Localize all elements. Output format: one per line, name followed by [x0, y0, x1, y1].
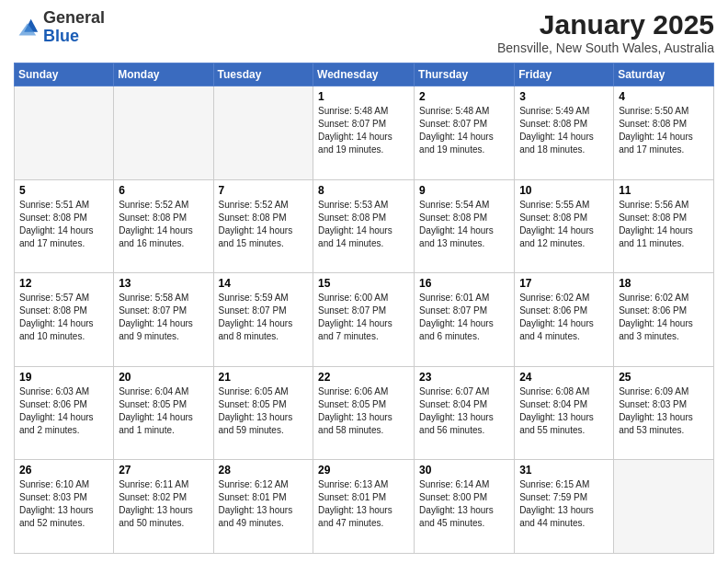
table-row: 5Sunrise: 5:51 AM Sunset: 8:08 PM Daylig… — [15, 179, 114, 273]
calendar-week-row: 26Sunrise: 6:10 AM Sunset: 8:03 PM Dayli… — [15, 460, 714, 554]
cell-content: Sunrise: 5:52 AM Sunset: 8:08 PM Dayligh… — [119, 199, 208, 250]
day-number: 28 — [219, 464, 309, 477]
cell-content: Sunrise: 6:01 AM Sunset: 8:07 PM Dayligh… — [419, 292, 509, 343]
cell-content: Sunrise: 5:48 AM Sunset: 8:07 PM Dayligh… — [318, 105, 409, 156]
table-row: 22Sunrise: 6:06 AM Sunset: 8:05 PM Dayli… — [313, 366, 415, 460]
table-row: 15Sunrise: 6:00 AM Sunset: 8:07 PM Dayli… — [313, 273, 415, 367]
day-number: 15 — [318, 277, 409, 290]
table-row: 6Sunrise: 5:52 AM Sunset: 8:08 PM Daylig… — [114, 179, 213, 273]
cell-content: Sunrise: 6:05 AM Sunset: 8:05 PM Dayligh… — [219, 385, 309, 437]
table-row: 14Sunrise: 5:59 AM Sunset: 8:07 PM Dayli… — [213, 273, 313, 367]
table-row: 2Sunrise: 5:48 AM Sunset: 8:07 PM Daylig… — [415, 86, 515, 180]
table-row: 1Sunrise: 5:48 AM Sunset: 8:07 PM Daylig… — [313, 86, 415, 180]
cell-content: Sunrise: 6:06 AM Sunset: 8:05 PM Dayligh… — [318, 385, 409, 437]
day-number: 7 — [219, 184, 309, 197]
col-tuesday: Tuesday — [213, 63, 313, 86]
day-number: 4 — [619, 90, 709, 103]
day-number: 3 — [519, 90, 609, 103]
table-row: 16Sunrise: 6:01 AM Sunset: 8:07 PM Dayli… — [415, 273, 515, 367]
table-row — [213, 86, 313, 180]
cell-content: Sunrise: 5:58 AM Sunset: 8:07 PM Dayligh… — [119, 292, 208, 343]
table-row — [15, 86, 114, 180]
cell-content: Sunrise: 6:11 AM Sunset: 8:02 PM Dayligh… — [119, 478, 208, 530]
table-row: 7Sunrise: 5:52 AM Sunset: 8:08 PM Daylig… — [213, 179, 313, 273]
col-monday: Monday — [114, 63, 213, 86]
day-number: 10 — [519, 184, 609, 197]
cell-content: Sunrise: 6:09 AM Sunset: 8:03 PM Dayligh… — [619, 385, 709, 437]
table-row: 29Sunrise: 6:13 AM Sunset: 8:01 PM Dayli… — [313, 460, 415, 554]
col-sunday: Sunday — [15, 63, 114, 86]
table-row: 11Sunrise: 5:56 AM Sunset: 8:08 PM Dayli… — [614, 179, 714, 273]
cell-content: Sunrise: 5:52 AM Sunset: 8:08 PM Dayligh… — [219, 199, 309, 250]
cell-content: Sunrise: 6:04 AM Sunset: 8:05 PM Dayligh… — [119, 385, 208, 437]
table-row: 23Sunrise: 6:07 AM Sunset: 8:04 PM Dayli… — [415, 366, 515, 460]
day-number: 9 — [419, 184, 509, 197]
cell-content: Sunrise: 6:12 AM Sunset: 8:01 PM Dayligh… — [219, 478, 309, 530]
logo-icon — [14, 15, 40, 40]
day-number: 26 — [19, 464, 108, 477]
day-number: 1 — [318, 90, 409, 103]
cell-content: Sunrise: 5:59 AM Sunset: 8:07 PM Dayligh… — [219, 292, 309, 343]
col-saturday: Saturday — [614, 63, 714, 86]
cell-content: Sunrise: 6:02 AM Sunset: 8:06 PM Dayligh… — [619, 292, 709, 343]
table-row: 24Sunrise: 6:08 AM Sunset: 8:04 PM Dayli… — [515, 366, 614, 460]
day-number: 13 — [119, 277, 208, 290]
table-row: 18Sunrise: 6:02 AM Sunset: 8:06 PM Dayli… — [614, 273, 714, 367]
table-row: 27Sunrise: 6:11 AM Sunset: 8:02 PM Dayli… — [114, 460, 213, 554]
cell-content: Sunrise: 6:00 AM Sunset: 8:07 PM Dayligh… — [318, 292, 409, 343]
day-number: 19 — [19, 371, 108, 384]
logo-blue: Blue — [43, 27, 79, 45]
cell-content: Sunrise: 5:54 AM Sunset: 8:08 PM Dayligh… — [419, 199, 509, 250]
cell-content: Sunrise: 6:14 AM Sunset: 8:00 PM Dayligh… — [419, 478, 509, 530]
day-number: 24 — [519, 371, 609, 384]
table-row — [114, 86, 213, 180]
logo-text: General Blue — [43, 9, 105, 46]
table-row: 4Sunrise: 5:50 AM Sunset: 8:08 PM Daylig… — [614, 86, 714, 180]
table-row: 17Sunrise: 6:02 AM Sunset: 8:06 PM Dayli… — [515, 273, 614, 367]
day-number: 5 — [19, 184, 108, 197]
title-block: January 2025 Bensville, New South Wales,… — [497, 9, 714, 55]
calendar-week-row: 12Sunrise: 5:57 AM Sunset: 8:08 PM Dayli… — [15, 273, 714, 367]
table-row: 19Sunrise: 6:03 AM Sunset: 8:06 PM Dayli… — [15, 366, 114, 460]
day-number: 6 — [119, 184, 208, 197]
cell-content: Sunrise: 6:02 AM Sunset: 8:06 PM Dayligh… — [519, 292, 609, 343]
table-row: 12Sunrise: 5:57 AM Sunset: 8:08 PM Dayli… — [15, 273, 114, 367]
col-friday: Friday — [515, 63, 614, 86]
day-number: 31 — [519, 464, 609, 477]
cell-content: Sunrise: 5:55 AM Sunset: 8:08 PM Dayligh… — [519, 199, 609, 250]
day-number: 23 — [419, 371, 509, 384]
table-row — [614, 460, 714, 554]
cell-content: Sunrise: 6:03 AM Sunset: 8:06 PM Dayligh… — [19, 385, 108, 437]
table-row: 30Sunrise: 6:14 AM Sunset: 8:00 PM Dayli… — [415, 460, 515, 554]
day-number: 2 — [419, 90, 509, 103]
cell-content: Sunrise: 5:48 AM Sunset: 8:07 PM Dayligh… — [419, 105, 509, 156]
cell-content: Sunrise: 5:49 AM Sunset: 8:08 PM Dayligh… — [519, 105, 609, 156]
cell-content: Sunrise: 5:51 AM Sunset: 8:08 PM Dayligh… — [19, 199, 108, 250]
cell-content: Sunrise: 5:53 AM Sunset: 8:08 PM Dayligh… — [318, 199, 409, 250]
table-row: 31Sunrise: 6:15 AM Sunset: 7:59 PM Dayli… — [515, 460, 614, 554]
day-number: 8 — [318, 184, 409, 197]
cell-content: Sunrise: 6:15 AM Sunset: 7:59 PM Dayligh… — [519, 478, 609, 530]
cell-content: Sunrise: 6:10 AM Sunset: 8:03 PM Dayligh… — [19, 478, 108, 530]
cell-content: Sunrise: 5:50 AM Sunset: 8:08 PM Dayligh… — [619, 105, 709, 156]
cell-content: Sunrise: 6:07 AM Sunset: 8:04 PM Dayligh… — [419, 385, 509, 437]
day-number: 27 — [119, 464, 208, 477]
page-header: General Blue January 2025 Bensville, New… — [14, 9, 714, 55]
calendar: Sunday Monday Tuesday Wednesday Thursday… — [14, 63, 714, 554]
cell-content: Sunrise: 5:56 AM Sunset: 8:08 PM Dayligh… — [619, 199, 709, 250]
day-number: 18 — [619, 277, 709, 290]
cell-content: Sunrise: 6:13 AM Sunset: 8:01 PM Dayligh… — [318, 478, 409, 530]
day-number: 14 — [219, 277, 309, 290]
table-row: 3Sunrise: 5:49 AM Sunset: 8:08 PM Daylig… — [515, 86, 614, 180]
month-year: January 2025 — [497, 9, 714, 40]
cell-content: Sunrise: 6:08 AM Sunset: 8:04 PM Dayligh… — [519, 385, 609, 437]
table-row: 28Sunrise: 6:12 AM Sunset: 8:01 PM Dayli… — [213, 460, 313, 554]
table-row: 20Sunrise: 6:04 AM Sunset: 8:05 PM Dayli… — [114, 366, 213, 460]
day-number: 29 — [318, 464, 409, 477]
logo-general: General — [43, 8, 105, 27]
table-row: 10Sunrise: 5:55 AM Sunset: 8:08 PM Dayli… — [515, 179, 614, 273]
table-row: 8Sunrise: 5:53 AM Sunset: 8:08 PM Daylig… — [313, 179, 415, 273]
cell-content: Sunrise: 5:57 AM Sunset: 8:08 PM Dayligh… — [19, 292, 108, 343]
day-number: 30 — [419, 464, 509, 477]
table-row: 21Sunrise: 6:05 AM Sunset: 8:05 PM Dayli… — [213, 366, 313, 460]
